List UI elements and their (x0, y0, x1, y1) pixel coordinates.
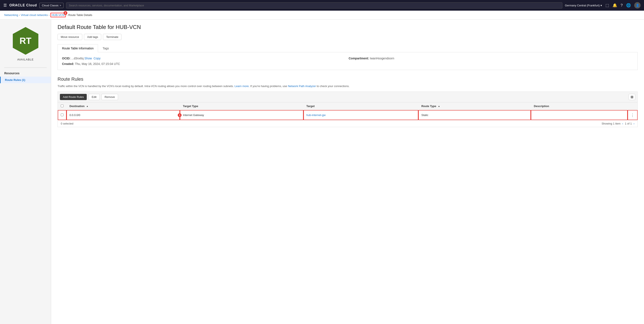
sidebar-divider (4, 67, 47, 68)
remove-button[interactable]: Remove (102, 94, 118, 100)
sidebar: RT AVAILABLE Resources Route Rules (1) (0, 19, 51, 324)
route-type-sort-icon: ▲ (438, 105, 440, 107)
resource-icon-container: RT AVAILABLE (0, 24, 51, 65)
add-tags-button[interactable]: Add tags (84, 34, 101, 40)
prev-page-button[interactable]: ‹ (622, 122, 623, 125)
row-checkbox-cell (58, 110, 67, 120)
action-buttons: Move resource Add tags Terminate (58, 34, 638, 40)
edit-button[interactable]: Edit (88, 94, 100, 100)
created-value: Thu, May 16, 2024, 07:15:04 UTC (75, 62, 120, 65)
row-target: hub-internet-gw (304, 110, 418, 120)
row-checkbox[interactable] (61, 113, 64, 116)
table-footer: 0 selected Showing 1 item ‹ 1 of 1 › (58, 120, 638, 127)
created-row: Created: Thu, May 16, 2024, 07:15:04 UTC (62, 62, 346, 65)
help-icon[interactable]: ? (620, 3, 623, 8)
main-layout: RT AVAILABLE Resources Route Rules (1) D… (0, 19, 644, 324)
breadcrumb-current: Route Table Details (68, 13, 92, 16)
tabs: Route Table Information Tags (58, 44, 638, 52)
ocid-show-link[interactable]: Show (84, 57, 92, 60)
page-title: Default Route Table for HUB-VCN (58, 24, 638, 30)
row-kebab-menu[interactable]: ⋮ (630, 113, 634, 117)
ocid-label: OCID: (62, 57, 70, 60)
table-header-destination[interactable]: Destination ▲ (66, 102, 180, 110)
status-badge: AVAILABLE (17, 58, 34, 61)
tab-route-table-information[interactable]: Route Table Information (58, 44, 98, 52)
oracle-logo: ORACLE Cloud (10, 3, 37, 7)
row-target-type: Internet Gateway (180, 110, 303, 120)
breadcrumb-hub-vcn[interactable]: HUB-VCN 2 (50, 13, 66, 17)
resources-title: Resources (0, 70, 51, 77)
main-content: Default Route Table for HUB-VCN Move res… (51, 19, 644, 324)
route-rules-table: Destination ▲ Target Type Target (58, 102, 638, 120)
target-link[interactable]: hub-internet-gw (306, 113, 326, 117)
rt-hexagon-icon: RT (11, 26, 40, 56)
created-label: Created: (62, 62, 74, 65)
ocid-copy-link[interactable]: Copy (94, 57, 100, 60)
globe-icon[interactable]: 🌐 (626, 3, 631, 8)
table-toolbar: Add Route Rules Edit Remove ⊞ (58, 91, 638, 102)
pagination: Showing 1 item ‹ 1 of 1 › (602, 122, 634, 125)
region-selector[interactable]: Germany Central (Frankfurt) ▾ (565, 4, 602, 7)
cloud-classic-button[interactable]: Cloud Classic > (40, 3, 64, 8)
row-badge: 1 (178, 113, 182, 117)
network-path-analyzer-link[interactable]: Network Path Analyzer (288, 84, 316, 88)
table-header-route-type[interactable]: Route Type ▲ (418, 102, 531, 110)
compartment-label: Compartment: (349, 57, 369, 60)
learn-more-link[interactable]: Learn more. (235, 84, 250, 88)
search-input[interactable] (66, 2, 562, 8)
top-navigation: ☰ ORACLE Cloud Cloud Classic > Germany C… (0, 0, 644, 11)
nav-right: Germany Central (Frankfurt) ▾ ⬚ 🔔 ? 🌐 👤 (565, 2, 640, 8)
table-help-button[interactable]: ⊞ (629, 94, 635, 100)
showing-text: Showing 1 item (602, 122, 620, 125)
hamburger-menu-icon[interactable]: ☰ (4, 3, 7, 8)
compartment-row: Compartment: IwanHoogendoorn (349, 57, 633, 60)
info-grid: OCID: ...d3nx6q Show Copy Compartment: I… (62, 57, 633, 65)
breadcrumb-networking[interactable]: Networking (4, 13, 18, 16)
route-rules-description: Traffic within the VCN is handled by the… (58, 84, 638, 89)
terminate-button[interactable]: Terminate (103, 34, 122, 40)
ocid-row: OCID: ...d3nx6q Show Copy (62, 57, 346, 60)
table-header-target: Target (304, 102, 418, 110)
table-row: 0.0.0.0/0 1 Internet Gateway hub-interne… (58, 110, 638, 120)
row-kebab-cell: ⋮ (628, 110, 638, 120)
row-description (531, 110, 628, 120)
hub-vcn-badge: 2 (64, 11, 67, 15)
row-route-type: Static (418, 110, 531, 120)
move-resource-button[interactable]: Move resource (58, 34, 82, 40)
bell-icon[interactable]: 🔔 (612, 3, 617, 8)
next-page-button[interactable]: › (634, 122, 634, 125)
table-header-target-type: Target Type (180, 102, 303, 110)
sidebar-item-route-rules[interactable]: Route Rules (1) (0, 77, 51, 83)
breadcrumb-vcn[interactable]: Virtual cloud networks (21, 13, 48, 16)
route-rules-title: Route Rules (58, 76, 638, 82)
tab-tags[interactable]: Tags (98, 44, 113, 52)
ocid-value: ...d3nx6q (72, 57, 84, 60)
destination-sort-icon: ▲ (86, 105, 88, 107)
table-header-checkbox (58, 102, 67, 110)
user-avatar[interactable]: 👤 (634, 2, 640, 8)
select-all-checkbox[interactable] (61, 104, 64, 107)
row-destination: 0.0.0.0/0 1 (66, 110, 180, 120)
add-route-rules-button[interactable]: Add Route Rules (60, 94, 87, 100)
table-header-actions (628, 102, 638, 110)
selected-count: 0 selected (61, 122, 73, 125)
info-panel: OCID: ...d3nx6q Show Copy Compartment: I… (58, 52, 638, 70)
page-number: 1 of 1 (625, 122, 632, 125)
breadcrumb: Networking › Virtual cloud networks › HU… (0, 11, 644, 19)
route-rules-table-container: Destination ▲ Target Type Target (58, 102, 638, 127)
compartment-value: IwanHoogendoorn (370, 57, 394, 60)
code-icon[interactable]: ⬚ (606, 3, 609, 8)
table-header-description: Description (531, 102, 628, 110)
table-header-row: Destination ▲ Target Type Target (58, 102, 638, 110)
